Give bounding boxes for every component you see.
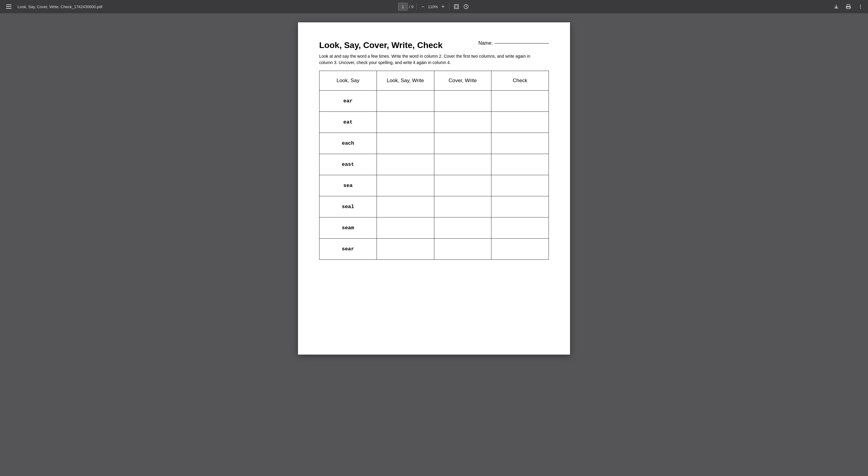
name-line: Name: <box>478 40 549 46</box>
toolbar-right <box>434 3 864 10</box>
more-options-button[interactable] <box>857 3 864 10</box>
table-row: sear <box>319 239 549 260</box>
col-header-look-say-write: Look, Say, Write <box>377 71 434 91</box>
col-header-check: Check <box>491 71 549 91</box>
menu-button[interactable] <box>4 2 14 11</box>
write-cell <box>377 154 434 175</box>
check-cell <box>491 112 549 133</box>
cover-cell <box>434 217 491 239</box>
svg-point-6 <box>860 5 861 6</box>
cover-cell <box>434 196 491 217</box>
table-row: ear <box>319 91 549 112</box>
divider-2 <box>449 3 450 10</box>
page-navigation: / 9 <box>398 3 413 10</box>
table-row: east <box>319 154 549 175</box>
page-title: Look, Say, Cover, Write, Check <box>319 40 442 50</box>
zoom-out-button[interactable]: − <box>420 3 426 10</box>
history-button[interactable] <box>462 3 470 10</box>
download-icon <box>834 4 839 9</box>
page-separator: / <box>409 4 410 9</box>
cover-cell <box>434 239 491 260</box>
write-cell <box>377 217 434 239</box>
page-total: 9 <box>411 4 413 9</box>
cover-cell <box>434 91 491 112</box>
cover-cell <box>434 133 491 154</box>
col-header-cover-write: Cover, Write <box>434 71 491 91</box>
zoom-value: 110% <box>427 4 438 9</box>
word-cell: ear <box>319 91 377 112</box>
col-header-look-say: Look, Say <box>319 71 377 91</box>
word-cell: each <box>319 133 377 154</box>
check-cell <box>491 133 549 154</box>
word-cell: east <box>319 154 377 175</box>
more-options-icon <box>858 4 863 9</box>
fit-page-button[interactable] <box>453 3 460 10</box>
page-number-input[interactable] <box>398 3 408 10</box>
svg-rect-3 <box>847 4 850 6</box>
write-cell <box>377 133 434 154</box>
svg-rect-4 <box>847 7 850 9</box>
word-table-body: eareateacheastseasealseamsear <box>319 91 549 260</box>
svg-point-5 <box>849 7 850 7</box>
hamburger-icon <box>5 3 13 10</box>
svg-point-8 <box>860 8 861 9</box>
toolbar-left: Look, Say, Cover, Write, Check_174243060… <box>4 2 434 11</box>
check-cell <box>491 239 549 260</box>
check-cell <box>491 175 549 196</box>
word-cell: seam <box>319 217 377 239</box>
print-button[interactable] <box>844 3 852 10</box>
table-header-row: Look, Say Look, Say, Write Cover, Write … <box>319 71 549 91</box>
cover-cell <box>434 112 491 133</box>
table-row: eat <box>319 112 549 133</box>
word-cell: eat <box>319 112 377 133</box>
cover-cell <box>434 175 491 196</box>
check-cell <box>491 217 549 239</box>
fit-page-icon <box>454 4 459 9</box>
word-table: Look, Say Look, Say, Write Cover, Write … <box>319 71 549 260</box>
download-button[interactable] <box>832 3 840 10</box>
document-title: Look, Say, Cover, Write, Check_174243060… <box>18 4 102 9</box>
name-label: Name: <box>478 40 493 46</box>
table-row: each <box>319 133 549 154</box>
word-cell: sear <box>319 239 377 260</box>
write-cell <box>377 175 434 196</box>
write-cell <box>377 196 434 217</box>
write-cell <box>377 239 434 260</box>
check-cell <box>491 91 549 112</box>
divider-1 <box>416 3 417 10</box>
word-cell: sea <box>319 175 377 196</box>
svg-point-7 <box>860 6 861 7</box>
zoom-in-button[interactable]: + <box>440 3 446 10</box>
toolbar-center: / 9 − 110% + <box>398 3 470 10</box>
cover-cell <box>434 154 491 175</box>
name-underline <box>494 43 549 43</box>
pdf-page: Look, Say, Cover, Write, Check Name: Loo… <box>298 22 570 354</box>
toolbar: Look, Say, Cover, Write, Check_174243060… <box>0 0 868 13</box>
svg-rect-1 <box>455 5 458 8</box>
zoom-controls: − 110% + <box>420 3 446 10</box>
history-icon <box>463 4 469 9</box>
table-row: sea <box>319 175 549 196</box>
write-cell <box>377 112 434 133</box>
instructions: Look at and say the word a few times. Wr… <box>319 53 537 66</box>
content-area: Look, Say, Cover, Write, Check Name: Loo… <box>0 13 868 476</box>
table-row: seal <box>319 196 549 217</box>
svg-rect-0 <box>454 4 459 9</box>
page-header: Look, Say, Cover, Write, Check Name: <box>319 40 549 50</box>
table-row: seam <box>319 217 549 239</box>
print-icon <box>846 4 851 9</box>
check-cell <box>491 196 549 217</box>
check-cell <box>491 154 549 175</box>
write-cell <box>377 91 434 112</box>
word-cell: seal <box>319 196 377 217</box>
